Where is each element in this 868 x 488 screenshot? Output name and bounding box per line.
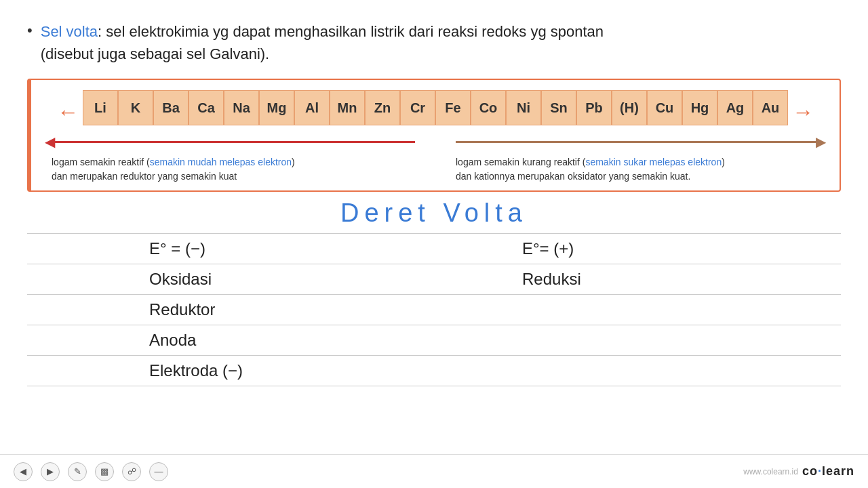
intro-definition: sel elektrokimia yg dapat menghasilkan l…: [102, 23, 604, 40]
left-arrow-icon: ←: [57, 100, 79, 125]
elements-row: LiKBaCaNaMgAlMnZnCrFeCoNiSnPb(H)CuHgAgAu: [83, 90, 788, 125]
desc-left-line2: dan merupakan reduktor yang semakin kuat: [52, 171, 237, 182]
intro-text: Sel volta: sel elektrokimia yg dapat men…: [41, 20, 604, 65]
table-row-3: Anoda: [27, 325, 841, 356]
table-row-0: E° = (−)E°= (+): [27, 234, 841, 264]
table-cell-left-2: Reduktor: [27, 300, 468, 319]
desc-right-normal: logam semakin kurang reaktif (: [456, 157, 585, 167]
element-cell-k: K: [118, 90, 153, 125]
intro-section: • Sel volta: sel elektrokimia yg dapat m…: [27, 20, 841, 65]
desc-left: logam semakin reaktif (semakin mudah mel…: [52, 155, 415, 184]
control-forward-btn[interactable]: ▶: [41, 462, 60, 481]
description-row: logam semakin reaktif (semakin mudah mel…: [38, 155, 833, 184]
element-cell-zn: Zn: [365, 90, 400, 125]
bottom-controls: ◀ ▶ ✎ ▩ ☍ —: [14, 462, 168, 481]
element-cell-mn: Mn: [330, 90, 365, 125]
right-arrowhead-icon: ▶: [816, 134, 826, 150]
term-highlight: Sel volta: [41, 23, 98, 40]
table-row-2: Reduktor: [27, 295, 841, 325]
element-cell-ag: Ag: [717, 90, 753, 125]
element-cell-co: Co: [471, 90, 506, 125]
volta-box: ← LiKBaCaNaMgAlMnZnCrFeCoNiSnPb(H)CuHgAg…: [27, 79, 841, 192]
deret-volta-title: Deret Volta: [27, 199, 841, 228]
table-cell-left-0: E° = (−): [27, 239, 468, 258]
table-cell-left-3: Anoda: [27, 331, 468, 350]
element-cell-fe: Fe: [435, 90, 471, 125]
desc-right: logam semakin kurang reaktif (semakin su…: [456, 155, 819, 184]
control-zoom-btn[interactable]: ☍: [122, 462, 141, 481]
element-cell-cu: Cu: [647, 90, 682, 125]
brand-name: co·learn: [802, 464, 854, 479]
element-cell-cr: Cr: [400, 90, 435, 125]
element-cell-ca: Ca: [189, 90, 224, 125]
element-cell-ba: Ba: [153, 90, 189, 125]
elements-wrapper: ← LiKBaCaNaMgAlMnZnCrFeCoNiSnPb(H)CuHgAg…: [38, 90, 833, 134]
brand-logo: www.colearn.id co·learn: [743, 464, 854, 479]
control-bookmark-btn[interactable]: ▩: [95, 462, 114, 481]
element-cell-al: Al: [294, 90, 330, 125]
table-cell-right-0: E°= (+): [468, 239, 841, 258]
control-edit-btn[interactable]: ✎: [68, 462, 87, 481]
table-section: E° = (−)E°= (+)OksidasiReduksiReduktorAn…: [27, 233, 841, 386]
right-line: [456, 141, 818, 143]
desc-left-close: ): [292, 157, 295, 167]
right-arrow-icon: →: [792, 100, 814, 125]
left-line: [52, 141, 415, 143]
table-cell-right-1: Reduksi: [468, 270, 841, 289]
desc-right-close: ): [722, 157, 725, 167]
table-cell-left-4: Elektroda (−): [27, 361, 468, 380]
arrows-row: ◀ ▶: [38, 134, 833, 150]
element-cell-sn: Sn: [541, 90, 576, 125]
control-back-btn[interactable]: ◀: [14, 462, 33, 481]
desc-right-blue: semakin sukar melepas elektron: [585, 157, 722, 167]
left-arrow-line: ◀: [45, 134, 415, 150]
right-arrow-line: ▶: [456, 134, 826, 150]
element-cell-h: (H): [612, 90, 647, 125]
main-content: • Sel volta: sel elektrokimia yg dapat m…: [0, 0, 868, 386]
element-cell-ni: Ni: [506, 90, 541, 125]
control-minus-btn[interactable]: —: [149, 462, 168, 481]
element-cell-au: Au: [753, 90, 788, 125]
element-cell-hg: Hg: [682, 90, 717, 125]
element-cell-pb: Pb: [576, 90, 612, 125]
element-cell-mg: Mg: [259, 90, 294, 125]
table-row-4: Elektroda (−): [27, 356, 841, 386]
bullet-point: •: [27, 22, 33, 39]
element-cell-na: Na: [224, 90, 259, 125]
brand-url: www.colearn.id: [743, 467, 798, 476]
bottom-bar: ◀ ▶ ✎ ▩ ☍ — www.colearn.id co·learn: [0, 454, 868, 488]
desc-left-blue: semakin mudah melepas elektron: [150, 157, 292, 167]
desc-right-line2: dan kationnya merupakan oksidator yang s…: [456, 171, 690, 182]
table-cell-left-1: Oksidasi: [27, 270, 468, 289]
element-cell-li: Li: [83, 90, 118, 125]
desc-left-normal: logam semakin reaktif (: [52, 157, 150, 167]
intro-definition2: (disebut juga sebagai sel Galvani).: [41, 45, 270, 62]
table-row-1: OksidasiReduksi: [27, 264, 841, 295]
